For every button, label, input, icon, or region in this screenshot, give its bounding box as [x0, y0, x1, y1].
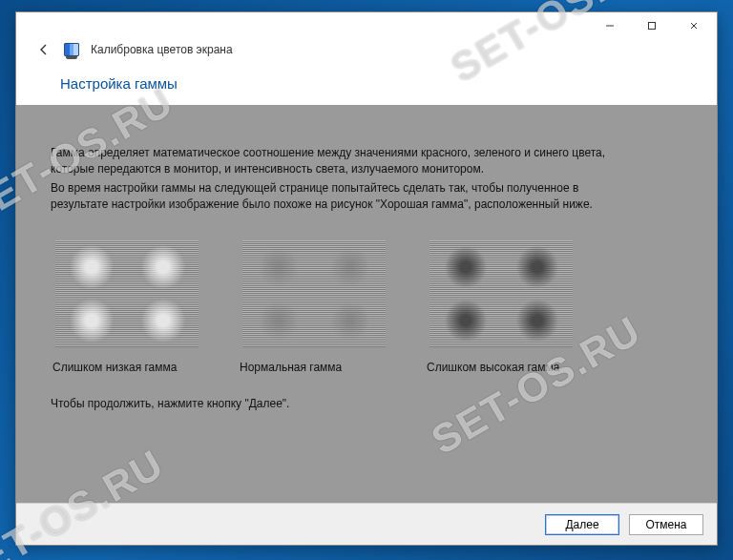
description-block: Гамма определяет математическое соотноше… — [51, 145, 623, 214]
close-button[interactable] — [673, 12, 715, 39]
description-paragraph-1: Гамма определяет математическое соотноше… — [51, 145, 623, 178]
monitor-icon — [64, 43, 79, 56]
gamma-sample-low: Слишком низкая гамма — [51, 240, 203, 374]
window-title: Калибровка цветов экрана — [91, 43, 233, 56]
description-paragraph-2: Во время настройки гаммы на следующей ст… — [51, 180, 623, 214]
back-arrow-icon[interactable] — [35, 41, 52, 58]
gamma-label-mid: Нормальная гамма — [238, 361, 342, 374]
gamma-label-low: Слишком низкая гамма — [51, 361, 177, 374]
next-button[interactable]: Далее — [545, 514, 619, 535]
calibration-dialog: Калибровка цветов экрана Настройка гаммы… — [15, 11, 718, 546]
gamma-label-high: Слишком высокая гамма — [425, 361, 559, 374]
gamma-swatch-low — [55, 240, 199, 347]
gamma-sample-high: Слишком высокая гамма — [425, 240, 577, 374]
cancel-button[interactable]: Отмена — [629, 514, 703, 535]
maximize-button[interactable] — [631, 12, 673, 39]
gamma-samples-row: Слишком низкая гамма Нормальная гамма Сл… — [51, 240, 682, 374]
dialog-footer: Далее Отмена — [16, 503, 717, 545]
continue-hint: Чтобы продолжить, нажмите кнопку "Далее"… — [51, 397, 682, 410]
page-heading: Настройка гаммы — [16, 66, 717, 105]
window-titlebar — [16, 12, 717, 39]
content-area: Гамма определяет математическое соотноше… — [16, 105, 717, 503]
dialog-header: Калибровка цветов экрана — [16, 39, 717, 66]
gamma-swatch-high — [429, 240, 573, 347]
gamma-sample-mid: Нормальная гамма — [238, 240, 390, 374]
svg-rect-0 — [649, 23, 656, 30]
gamma-swatch-mid — [242, 240, 386, 347]
minimize-button[interactable] — [589, 12, 631, 39]
